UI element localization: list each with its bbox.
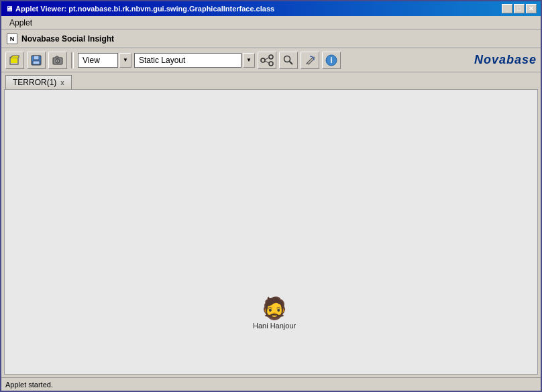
toolbar: View ▼ Static Layout ▼ [1, 48, 541, 72]
camera-icon [52, 55, 63, 66]
open-button[interactable] [5, 52, 24, 69]
info-button[interactable]: i [322, 52, 341, 69]
svg-rect-3 [34, 56, 39, 60]
draw-button[interactable] [301, 52, 319, 69]
svg-point-9 [261, 58, 265, 62]
window-title: Applet Viewer: pt.novabase.bi.rk.nbvm.gu… [15, 5, 274, 13]
view-dropdown-arrow[interactable]: ▼ [119, 53, 131, 68]
main-window: 🖥 Applet Viewer: pt.novabase.bi.rk.nbvm.… [0, 0, 542, 392]
tab-label: TERROR(1) [13, 78, 56, 87]
main-canvas: 🧔 Hani Hanjour [4, 89, 538, 375]
status-text: Applet started. [5, 381, 53, 389]
svg-rect-8 [56, 56, 58, 58]
search-icon [283, 55, 294, 66]
title-bar: 🖥 Applet Viewer: pt.novabase.bi.rk.nbvm.… [1, 1, 541, 16]
panel-title: Novabase Social Insight [21, 34, 114, 44]
svg-point-11 [269, 62, 273, 66]
layout-dropdown-text[interactable]: Static Layout [134, 53, 241, 68]
maximize-button[interactable]: □ [514, 4, 525, 13]
network-icon [260, 54, 274, 66]
save-button[interactable] [27, 52, 46, 69]
camera-button[interactable] [48, 52, 67, 69]
info-icon: i [325, 54, 338, 67]
close-button[interactable]: ✕ [526, 4, 537, 13]
svg-line-18 [306, 63, 307, 64]
title-bar-left: 🖥 Applet Viewer: pt.novabase.bi.rk.nbvm.… [5, 5, 274, 13]
svg-line-13 [265, 61, 269, 63]
svg-marker-16 [307, 58, 314, 64]
svg-rect-1 [11, 58, 17, 63]
svg-rect-4 [33, 61, 40, 64]
svg-point-14 [284, 56, 290, 62]
svg-point-7 [57, 60, 59, 62]
minimize-button[interactable]: _ [502, 4, 512, 13]
menu-bar: Applet [1, 16, 541, 29]
network-button[interactable] [258, 52, 276, 69]
save-icon [31, 55, 42, 66]
terror-tab[interactable]: TERROR(1) x [5, 75, 72, 89]
view-dropdown-text[interactable]: View [78, 53, 118, 68]
draw-icon [305, 55, 315, 66]
layout-dropdown: Static Layout ▼ [134, 53, 255, 68]
status-bar: Applet started. [1, 377, 541, 391]
view-dropdown: View ▼ [78, 53, 131, 68]
person-icon: 🧔 [261, 298, 288, 319]
svg-line-15 [290, 61, 293, 64]
panel-icon: N [7, 34, 17, 44]
applet-menu[interactable]: Applet [4, 17, 38, 28]
toolbar-separator-1 [71, 52, 74, 68]
person-label: Hani Hanjour [253, 322, 296, 330]
title-bar-controls: _ □ ✕ [502, 4, 537, 13]
open-icon [9, 55, 20, 66]
search-button[interactable] [279, 52, 298, 69]
layout-dropdown-arrow[interactable]: ▼ [243, 53, 255, 68]
novabase-logo: Novabase [474, 53, 537, 67]
svg-line-12 [265, 58, 269, 60]
svg-point-10 [269, 55, 273, 59]
panel-header: N Novabase Social Insight [1, 29, 541, 48]
window-icon: 🖥 [5, 5, 13, 13]
svg-text:i: i [330, 56, 332, 65]
tab-close-button[interactable]: x [60, 79, 64, 86]
person-node[interactable]: 🧔 Hani Hanjour [253, 298, 296, 330]
tab-bar: TERROR(1) x [1, 72, 541, 89]
